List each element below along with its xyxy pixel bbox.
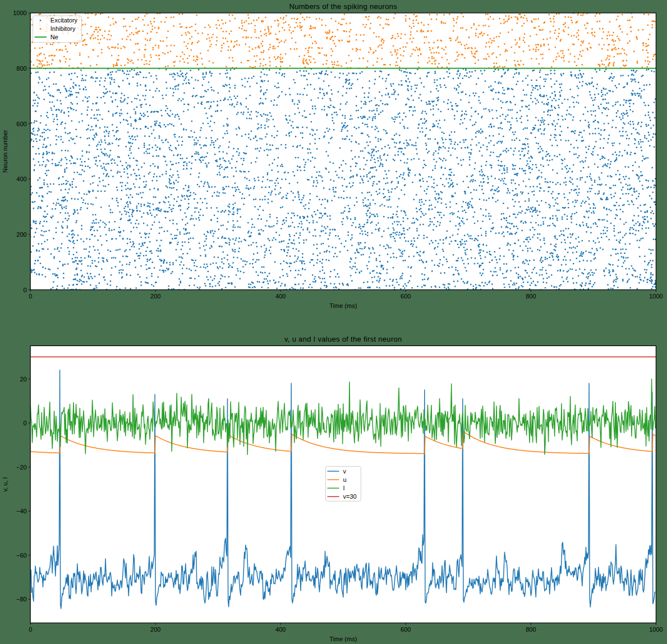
- svg-text:200: 200: [150, 626, 160, 633]
- svg-text:800: 800: [16, 65, 26, 72]
- svg-text:600: 600: [401, 626, 411, 633]
- svg-text:200: 200: [150, 293, 160, 300]
- svg-text:1000: 1000: [649, 626, 663, 633]
- svg-text:800: 800: [526, 293, 536, 300]
- svg-text:600: 600: [401, 293, 411, 300]
- svg-text:400: 400: [275, 293, 286, 300]
- svg-text:I: I: [343, 485, 345, 491]
- svg-text:0: 0: [24, 420, 27, 426]
- svg-text:Inhibitory: Inhibitory: [50, 25, 76, 32]
- svg-text:0: 0: [29, 293, 32, 300]
- svg-text:−80: −80: [16, 596, 27, 602]
- svg-text:800: 800: [526, 626, 536, 633]
- svg-text:20: 20: [20, 376, 26, 383]
- svg-text:0: 0: [29, 626, 32, 633]
- svg-text:1000: 1000: [13, 10, 26, 16]
- svg-text:Time (ms): Time (ms): [329, 302, 357, 309]
- svg-text:1000: 1000: [649, 293, 663, 300]
- svg-text:−40: −40: [16, 508, 27, 514]
- svg-text:Neuron number: Neuron number: [2, 130, 8, 173]
- svg-text:v, u, I: v, u, I: [2, 477, 8, 491]
- svg-text:Time (ms): Time (ms): [329, 636, 357, 642]
- svg-text:v=30: v=30: [343, 493, 357, 500]
- svg-text:v: v: [343, 468, 347, 475]
- svg-text:−20: −20: [16, 464, 27, 471]
- svg-text:Excitatory: Excitatory: [50, 17, 78, 24]
- svg-text:0: 0: [24, 287, 27, 293]
- svg-text:u: u: [343, 476, 347, 483]
- svg-text:Numbers of the spiking neurons: Numbers of the spiking neurons: [289, 2, 398, 11]
- svg-text:Ne: Ne: [50, 34, 58, 40]
- svg-text:v, u and I values of the first: v, u and I values of the first neuron: [284, 335, 402, 343]
- svg-text:200: 200: [16, 231, 26, 238]
- svg-text:400: 400: [16, 176, 26, 182]
- svg-text:−60: −60: [16, 552, 27, 559]
- svg-text:400: 400: [275, 626, 286, 633]
- svg-text:600: 600: [16, 121, 26, 127]
